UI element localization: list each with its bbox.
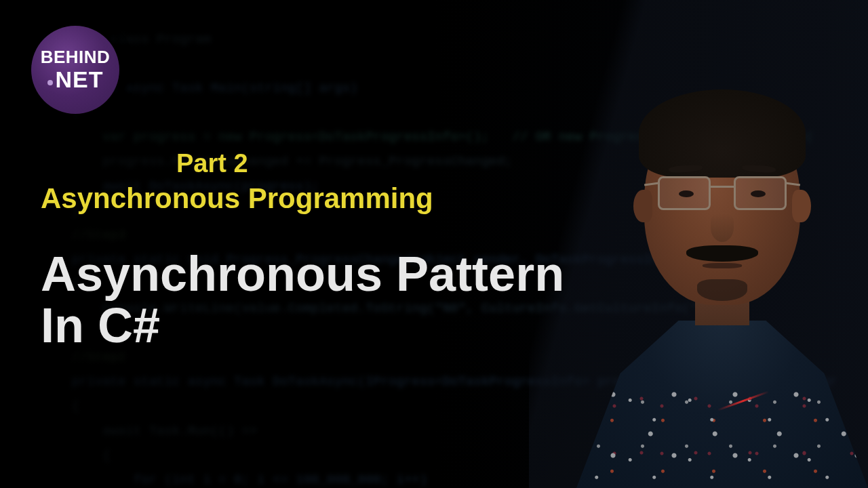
part-number-label: Part 2: [176, 149, 564, 178]
title-line-2: In C#: [41, 300, 564, 352]
mustache: [686, 245, 758, 262]
presenter-portrait: [576, 95, 868, 488]
presenter-face: [644, 102, 800, 305]
presenter-shirt: [576, 312, 868, 488]
presenter-hair: [639, 89, 806, 178]
presenter-ear: [792, 190, 811, 222]
nose: [711, 214, 734, 242]
mouth: [703, 263, 742, 268]
presenter-ear: [633, 190, 652, 222]
title-block: Part 2 Asynchronous Programming Asynchro…: [41, 149, 564, 351]
series-subtitle: Asynchronous Programming: [41, 182, 564, 215]
main-title: Asynchronous Pattern In C#: [41, 249, 564, 351]
logo-text-bottom: NET: [47, 66, 104, 93]
chin-beard: [697, 279, 747, 301]
title-line-1: Asynchronous Pattern: [41, 249, 564, 300]
glasses-icon: [658, 176, 787, 214]
logo-dot-icon: [47, 80, 53, 85]
logo-text-top: BEHIND: [41, 47, 111, 68]
channel-logo: BEHIND NET: [31, 26, 119, 114]
